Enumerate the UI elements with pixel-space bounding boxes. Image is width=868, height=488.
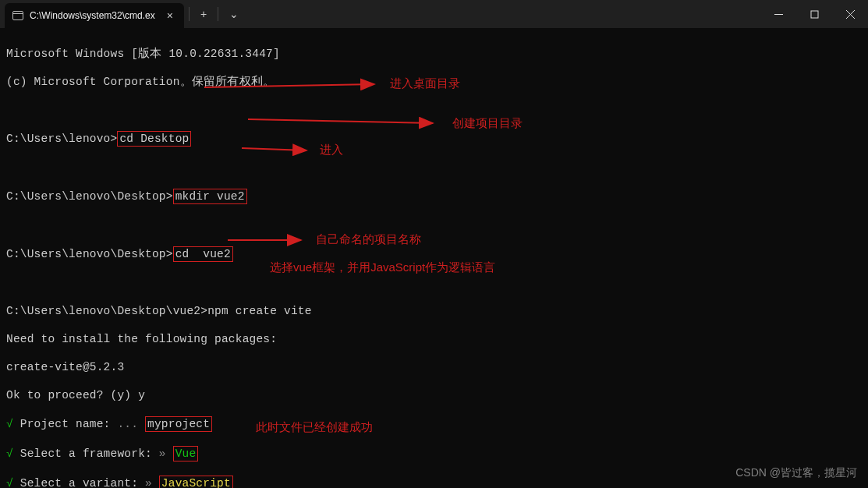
project-name-highlight: myproject xyxy=(145,416,212,432)
output-line: Need to install the following packages: xyxy=(6,332,862,346)
tab-title: C:\Windows\system32\cmd.ex xyxy=(30,10,158,21)
output-line: √ Project name: ... myproject xyxy=(6,416,862,432)
minimize-button[interactable] xyxy=(760,0,796,28)
prompt-label: Project name: xyxy=(13,418,111,430)
check-icon: √ xyxy=(6,477,13,488)
command-highlight: cd Desktop xyxy=(117,131,191,147)
close-button[interactable] xyxy=(832,0,868,28)
blank-line xyxy=(6,103,862,117)
prompt-label: Select a variant: xyxy=(13,477,138,488)
blank-line xyxy=(6,161,862,175)
prompt-line: C:\Users\lenovo\Desktop>cd vue2 xyxy=(6,246,862,262)
output-line: Ok to proceed? (y) y xyxy=(6,388,862,402)
prompt: C:\Users\lenovo> xyxy=(6,133,117,145)
prompt: C:\Users\lenovo\Desktop\vue2> xyxy=(6,305,207,317)
tab-dropdown-button[interactable]: ⌄ xyxy=(223,5,245,23)
prompt: C:\Users\lenovo\Desktop> xyxy=(6,190,173,203)
framework-highlight: Vue xyxy=(173,446,199,461)
prompt-line: C:\Users\lenovo\Desktop\vue2>npm create … xyxy=(6,304,862,318)
prompt-line: C:\Users\lenovo\Desktop>mkdir vue2 xyxy=(6,189,862,204)
maximize-button[interactable] xyxy=(796,0,832,28)
output-line: (c) Microsoft Corporation。保留所有权利。 xyxy=(6,75,862,89)
new-tab-button[interactable]: + xyxy=(194,5,213,23)
blank-line xyxy=(6,218,862,232)
tab-close-button[interactable]: × xyxy=(164,9,176,22)
svg-rect-1 xyxy=(811,11,818,18)
terminal-content[interactable]: Microsoft Windows [版本 10.0.22631.3447] (… xyxy=(0,28,868,488)
dots: ... xyxy=(111,418,146,430)
framework-value: Vue xyxy=(175,447,197,460)
prompt: C:\Users\lenovo\Desktop> xyxy=(6,248,173,260)
divider xyxy=(189,7,190,21)
active-tab[interactable]: C:\Windows\system32\cmd.ex × xyxy=(5,3,184,28)
command-highlight: cd vue2 xyxy=(173,246,233,262)
check-icon: √ xyxy=(6,418,13,430)
prompt-label: Select a framework: xyxy=(13,447,152,460)
arrow: » xyxy=(138,477,159,488)
output-line: √ Select a framework: » Vue xyxy=(6,446,862,461)
maximize-icon xyxy=(810,10,819,19)
close-icon xyxy=(846,10,855,19)
variant-highlight: JavaScript xyxy=(159,476,233,488)
titlebar: C:\Windows\system32\cmd.ex × + ⌄ xyxy=(0,0,868,28)
tab-actions: + ⌄ xyxy=(184,0,250,28)
terminal-icon xyxy=(12,11,23,20)
watermark: CSDN @皆过客，揽星河 xyxy=(735,466,857,480)
check-icon: √ xyxy=(6,447,13,460)
variant-value: JavaScript xyxy=(161,477,231,488)
prompt-line: C:\Users\lenovo>cd Desktop xyxy=(6,131,862,147)
command-text: npm create vite xyxy=(207,305,312,317)
output-line: √ Select a variant: » JavaScript xyxy=(6,476,862,488)
divider xyxy=(218,7,218,21)
window-controls xyxy=(760,0,868,28)
command-highlight: mkdir vue2 xyxy=(173,189,247,204)
output-line: Microsoft Windows [版本 10.0.22631.3447] xyxy=(6,47,862,61)
minimize-icon xyxy=(774,10,783,19)
arrow: » xyxy=(152,447,173,460)
blank-line xyxy=(6,276,862,290)
output-line: create-vite@5.2.3 xyxy=(6,360,862,374)
